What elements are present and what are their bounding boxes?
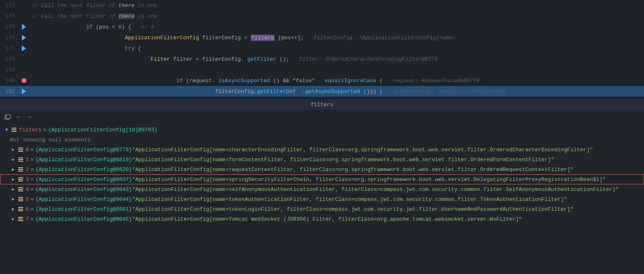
line-number-180: 180 [0,78,20,84]
code-line-180: 180 if (request. isAsyncSupported () && … [0,75,644,86]
line-number-179: 179 [0,67,20,73]
panel-title-bar: filters [0,99,644,111]
root-var-type: {ApplicationFilterConfig[10]@8793} [48,127,157,133]
copy-icon[interactable] [3,112,12,122]
panel-title: filters [311,102,333,108]
gutter-177 [20,45,28,51]
tree-toggle-2[interactable]: ▶ [10,166,17,173]
tree-toggle-5[interactable]: ▶ [10,196,17,203]
tree-icon-2 [17,166,24,173]
tree-item-0[interactable]: ▶ 0 = {ApplicationFilterConfig@8778} "Ap… [0,145,644,155]
code-line-177: 177 try { [0,43,644,54]
tree-toggle-4[interactable]: ▶ [10,186,17,193]
code-content-175: if (pos < n) { n: 8 [28,24,644,30]
code-line-178: 178 Filter filter = filterConfig. getFil… [0,54,644,64]
tree-item-3[interactable]: ▶ 3 = {ApplicationFilterConfig@8837} "Ap… [0,174,644,184]
tree-root-item[interactable]: ▼ filters = {ApplicationFilterConfig[10]… [0,125,644,135]
bookmark-181 [22,88,26,94]
item-index-1: 1 [26,157,29,163]
tree-toggle-7[interactable]: ▶ [10,216,17,222]
item-index-4: 4 [26,186,29,193]
root-var-name: filters [19,127,42,133]
bookmark-177 [22,45,26,51]
line-number-177: 177 [0,45,20,52]
item-index-0: 0 [26,147,29,153]
tree-icon-3 [17,176,24,183]
code-content-173: // Call the next filter if there is one [28,2,644,9]
item-index-6: 6 [26,206,29,212]
tree-item-6[interactable]: ▶ 6 = {ApplicationFilterConfig@8901} "Ap… [0,204,644,214]
tree-icon-6 [17,206,24,212]
code-line-179: 179 [0,64,644,75]
back-icon[interactable]: ← [14,112,23,122]
code-content-174: // Call the next filter if there is one [28,13,644,19]
code-content-180: if (request. isAsyncSupported () && "fal… [28,78,644,84]
item-index-5: 5 [26,196,29,203]
gutter-176 [20,35,28,41]
tree-icon-4 [17,186,24,193]
tree-toggle-1[interactable]: ▶ [10,156,17,163]
variables-tree[interactable]: ▼ filters = {ApplicationFilterConfig[10]… [0,123,644,274]
bookmark-175 [22,24,26,30]
tree-item-2[interactable]: ▶ 2 = {ApplicationFilterConfig@8820} "Ap… [0,164,644,174]
code-line-181: 181 filterConfig.getFilterDef .getAsyncS… [0,86,644,97]
tree-toggle-3[interactable]: ▶ [10,176,17,183]
gutter-175 [20,24,28,30]
tree-toggle-0[interactable]: ▶ [10,146,17,153]
code-line-173: 173 // Call the next filter if there is … [0,0,644,11]
code-content-178: Filter filter = filterConfig. getFilter … [28,56,644,62]
gutter-181 [20,88,28,94]
tree-item-7[interactable]: ▶ 7 = {ApplicationFilterConfig@9045} "Ap… [0,214,644,224]
gutter-180 [20,78,28,83]
line-number-174: 174 [0,13,20,19]
tree-icon-7 [17,216,24,222]
tree-item-5[interactable]: ▶ 5 = {ApplicationFilterConfig@9044} "Ap… [0,194,644,204]
item-index-3: 3 [26,176,29,183]
line-number-173: 173 [0,2,20,9]
tree-item-1[interactable]: ▶ 1 = {ApplicationFilterConfig@8810} "Ap… [0,155,644,164]
code-content-181: filterConfig.getFilterDef .getAsyncSuppo… [28,88,644,95]
item-index-7: 7 [26,216,29,222]
line-number-178: 178 [0,56,20,62]
tree-toggle-6[interactable]: ▶ [10,206,17,212]
tree-icon-5 [17,196,24,203]
tree-item-4[interactable]: ▶ 4 = {ApplicationFilterConfig@9043} "Ap… [0,184,644,194]
null-note: Not showing null elements [0,135,644,145]
tree-root-toggle[interactable]: ▼ [3,126,10,133]
code-line-176: 176 ApplicationFilterConfig filterConfig… [0,32,644,43]
tree-root-icon [11,126,17,133]
line-number-176: 176 [0,35,20,41]
line-number-181: 181 [0,88,20,95]
panel-toolbar: ← → [0,111,644,123]
forward-icon[interactable]: → [25,112,34,122]
line-number-175: 175 [0,24,20,30]
tree-icon-1 [17,156,24,163]
root-var-eq: = [43,127,47,133]
item-index-2: 2 [26,167,29,173]
code-content-176: ApplicationFilterConfig filterConfig = f… [28,35,644,41]
tree-icon-0 [17,146,24,153]
code-line-174: 174 // Call the next filter if there is … [0,11,644,21]
bookmark-176 [22,35,26,41]
svg-rect-1 [6,114,10,119]
breakpoint-180 [21,78,26,83]
code-content-177: try { [28,45,644,52]
code-editor: 173 // Call the next filter if there is … [0,0,644,99]
code-line-175: 175 if (pos < n) { n: 8 [0,21,644,32]
